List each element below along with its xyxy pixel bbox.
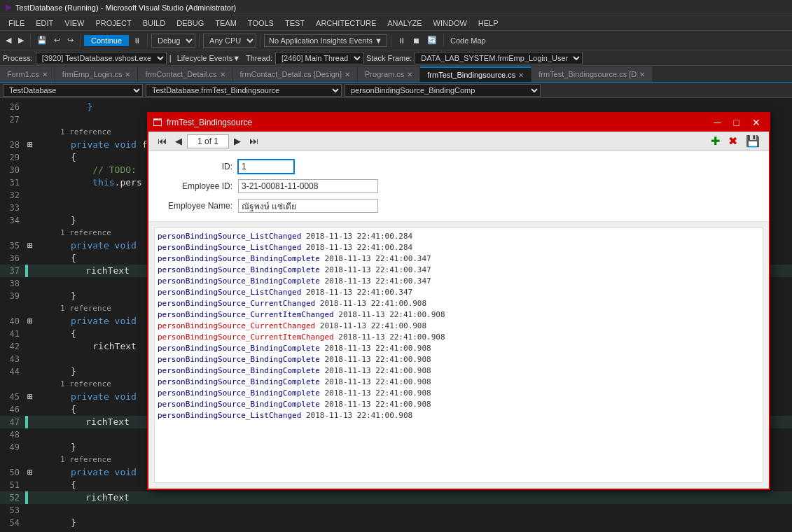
process-label: Process: [3, 54, 33, 62]
popup-toolbar: ⏮ ◀ 1 of 1 ▶ ⏭ ✚ ✖ 💾 [148, 132, 769, 151]
popup-maximize-button[interactable]: □ [730, 115, 744, 130]
menu-file[interactable]: FILE [3, 18, 30, 29]
menu-window[interactable]: WINDOW [428, 18, 473, 29]
redo-button[interactable]: ↪ [64, 34, 76, 46]
tab-close-frmcontact[interactable]: ✕ [220, 71, 225, 78]
cpu-dropdown[interactable]: Any CPU [203, 34, 256, 48]
stop-button[interactable]: ⏹ [410, 35, 423, 46]
popup-minimize-button[interactable]: ─ [710, 115, 725, 130]
no-insights-label: No Application Insights Events [269, 36, 373, 45]
refresh-button[interactable]: 🔄 [424, 34, 440, 46]
log-line: personBindingSource_BindingComplete 2018… [158, 388, 760, 399]
employee-name-input[interactable] [238, 199, 378, 213]
save-record-button[interactable]: 💾 [742, 132, 763, 150]
sep2 [80, 34, 81, 47]
line-54: 54 } [0, 517, 792, 529]
id-label: ID: [162, 162, 232, 172]
popup-titlebar: 🗔 frmTest_Bindingsource ─ □ ✕ [148, 113, 769, 132]
tab-frmemp[interactable]: frmEmp_Login.cs ✕ [55, 66, 139, 82]
add-record-button[interactable]: ✚ [707, 132, 723, 150]
tab-close-frmemp[interactable]: ✕ [125, 71, 130, 78]
log-line: personBindingSource_BindingComplete 2018… [158, 365, 760, 377]
stackframe-dropdown[interactable]: DATA_LAB_SYSTEM.frmEmp_Login_User [415, 52, 583, 64]
codemap-button[interactable]: Code Map [447, 35, 489, 46]
save-button[interactable]: 💾 [34, 34, 50, 46]
tab-form1[interactable]: Form1.cs ✕ [0, 66, 55, 82]
window-title: TestDatabase (Running) - Microsoft Visua… [15, 4, 236, 12]
log-line: personBindingSource_CurrentItemChanged 2… [158, 309, 760, 321]
delete-record-button[interactable]: ✖ [725, 132, 741, 150]
popup-title-text: frmTest_Bindingsource [167, 118, 706, 127]
log-line: personBindingSource_BindingComplete 2018… [158, 343, 760, 354]
thread-dropdown[interactable]: [2460] Main Thread [275, 52, 363, 64]
tab-close-program[interactable]: ✕ [407, 71, 412, 78]
stackframe-label: Stack Frame: [366, 54, 412, 62]
log-area[interactable]: personBindingSource_ListChanged 2018-11-… [154, 227, 763, 483]
lifecycle-button[interactable]: Lifecycle Events ▼ [174, 52, 243, 64]
employee-name-label: Employee Name: [162, 201, 232, 211]
nav-prev-button[interactable]: ◀ [172, 134, 186, 148]
tab-frmtest-active[interactable]: frmTest_Bindingsource.cs ✕ [420, 66, 532, 82]
sep6 [391, 34, 391, 47]
log-line: personBindingSource_ListChanged 2018-11-… [158, 287, 760, 298]
tab-frmtest-design[interactable]: frmTest_Bindingsource.cs [D ✕ [532, 66, 653, 82]
employee-id-label: Employee ID: [162, 181, 232, 191]
menu-edit[interactable]: EDIT [30, 18, 59, 29]
log-line: personBindingSource_ListChanged 2018-11-… [158, 410, 760, 421]
nav-next-button[interactable]: ▶ [230, 134, 244, 148]
line-53: 53 [0, 504, 792, 517]
forward-button[interactable]: ▶ [15, 34, 27, 46]
class-dropdown[interactable]: TestDatabase [3, 84, 143, 97]
menu-tools[interactable]: TOOLS [242, 18, 279, 29]
record-total: of 1 [204, 136, 218, 146]
process-bar: Process: [3920] TestDatabase.vshost.exe … [0, 50, 792, 66]
log-line: personBindingSource_ListChanged 2018-11-… [158, 242, 760, 253]
continue-button[interactable]: Continue [84, 35, 129, 46]
log-line: personBindingSource_CurrentChanged 2018-… [158, 321, 760, 332]
tab-frmcontact[interactable]: frmContact_Detail.cs ✕ [138, 66, 232, 82]
popup-window: 🗔 frmTest_Bindingsource ─ □ ✕ ⏮ ◀ 1 of 1… [147, 112, 770, 490]
back-button[interactable]: ◀ [3, 34, 14, 46]
tab-close-frmtest-design[interactable]: ✕ [639, 71, 645, 78]
tab-close-form1[interactable]: ✕ [42, 71, 48, 78]
sep1 [30, 34, 31, 47]
pause2-button[interactable]: ⏸ [395, 35, 408, 46]
menu-team[interactable]: TEAM [209, 18, 242, 29]
insights-button[interactable]: No Application Insights Events ▼ [264, 34, 387, 47]
member-dropdown[interactable]: TestDatabase.frmTest_Bindingsource [146, 84, 342, 97]
process-dropdown[interactable]: [3920] TestDatabase.vshost.exe [36, 52, 167, 64]
pause-button[interactable]: ⏸ [130, 35, 144, 46]
nav-first-button[interactable]: ⏮ [154, 134, 170, 148]
log-line: personBindingSource_BindingComplete 2018… [158, 265, 760, 276]
log-line: personBindingSource_BindingComplete 2018… [158, 253, 760, 265]
log-line: personBindingSource_BindingComplete 2018… [158, 377, 760, 388]
id-input[interactable] [238, 160, 294, 174]
sep5 [260, 34, 260, 47]
nav-last-button[interactable]: ⏭ [246, 134, 262, 148]
tab-close-frmtest[interactable]: ✕ [518, 71, 524, 79]
log-line: personBindingSource_CurrentItemChanged 2… [158, 332, 760, 343]
employee-id-input[interactable] [238, 179, 378, 193]
debug-dropdown[interactable]: Debug [151, 34, 195, 48]
binding-dropdown[interactable]: personBindingSource_BindingComp [345, 84, 541, 97]
menu-debug[interactable]: DEBUG [171, 18, 209, 29]
menu-project[interactable]: PROJECT [90, 18, 137, 29]
sep4 [199, 34, 200, 47]
tab-close-frmcontact-design[interactable]: ✕ [345, 71, 350, 78]
menu-help[interactable]: HELP [473, 18, 504, 29]
popup-close-button[interactable]: ✕ [748, 115, 765, 130]
editor-container: 26 } 27 1 reference 28 ⊞ private void [0, 98, 792, 532]
record-current: 1 [197, 136, 202, 146]
employee-name-row: Employee Name: [162, 199, 755, 213]
undo-button[interactable]: ↩ [51, 34, 63, 46]
menu-test[interactable]: TEST [279, 18, 310, 29]
menu-view[interactable]: VIEW [59, 18, 90, 29]
menu-architecture[interactable]: ARCHITECTURE [310, 18, 382, 29]
tab-program[interactable]: Program.cs ✕ [358, 66, 420, 82]
tab-frmcontact-design[interactable]: frmContact_Detail.cs [Design] ✕ [233, 66, 359, 82]
popup-title-icon: 🗔 [153, 117, 162, 128]
sep7 [443, 34, 444, 47]
line-55-ref: 1 reference [0, 529, 792, 532]
menu-analyze[interactable]: ANALYZE [382, 18, 427, 29]
menu-build[interactable]: BUILD [137, 18, 171, 29]
